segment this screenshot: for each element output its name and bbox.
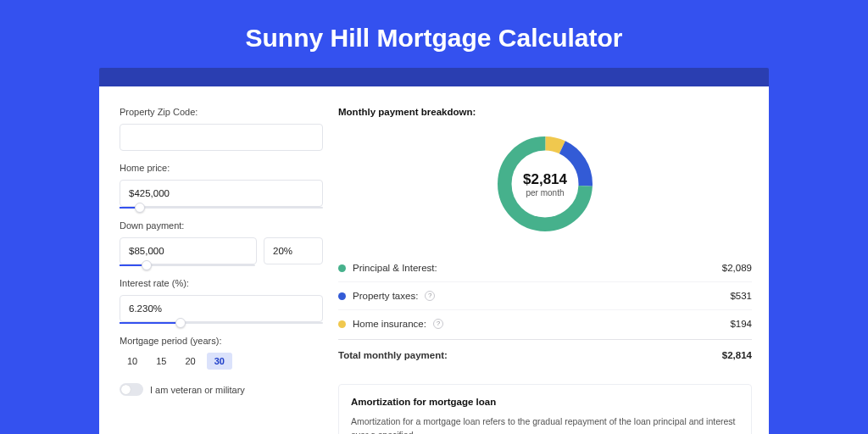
- veteran-label: I am veteran or military: [150, 385, 245, 395]
- card-frame: Property Zip Code: Home price: Down paym…: [99, 68, 769, 434]
- breakdown-header: Monthly payment breakdown:: [338, 107, 752, 117]
- breakdown-panel: Monthly payment breakdown: $2,814 per mo…: [338, 107, 752, 434]
- interest-slider[interactable]: [120, 322, 323, 324]
- info-icon[interactable]: ?: [425, 291, 435, 301]
- zip-input[interactable]: [120, 124, 323, 151]
- period-buttons: 10152030: [120, 353, 323, 370]
- down-payment-label: Down payment:: [120, 220, 323, 231]
- interest-group: Interest rate (%):: [120, 278, 323, 324]
- home-price-slider[interactable]: [120, 207, 323, 209]
- zip-group: Property Zip Code:: [120, 107, 323, 151]
- row-value: $531: [730, 291, 752, 301]
- down-payment-input[interactable]: [120, 237, 257, 264]
- total-label: Total monthly payment:: [338, 350, 448, 360]
- breakdown-row: Principal & Interest:$2,089: [338, 254, 752, 281]
- donut-wrap: $2,814 per month: [338, 131, 752, 237]
- veteran-toggle[interactable]: [120, 383, 143, 396]
- slider-thumb[interactable]: [175, 318, 186, 328]
- donut-sub: per month: [526, 188, 564, 198]
- slider-thumb[interactable]: [135, 203, 145, 213]
- zip-label: Property Zip Code:: [120, 107, 323, 117]
- row-label: Principal & Interest:: [353, 263, 437, 273]
- amortization-card: Amortization for mortgage loan Amortizat…: [338, 384, 752, 434]
- period-option-30[interactable]: 30: [207, 353, 232, 370]
- home-price-group: Home price:: [120, 163, 323, 209]
- down-payment-pct-input[interactable]: [264, 237, 323, 264]
- breakdown-rows: Principal & Interest:$2,089Property taxe…: [338, 254, 752, 337]
- calculator-card: Property Zip Code: Home price: Down paym…: [99, 86, 769, 434]
- row-label: Home insurance:: [353, 319, 426, 329]
- donut-chart: $2,814 per month: [492, 131, 598, 237]
- amortization-body: Amortization for a mortgage loan refers …: [351, 415, 739, 434]
- interest-label: Interest rate (%):: [120, 278, 323, 288]
- breakdown-row: Property taxes:?$531: [338, 281, 752, 309]
- period-group: Mortgage period (years): 10152030: [120, 336, 323, 370]
- breakdown-row: Home insurance:?$194: [338, 309, 752, 337]
- period-option-15[interactable]: 15: [148, 353, 174, 370]
- total-row: Total monthly payment: $2,814: [338, 339, 752, 369]
- amortization-title: Amortization for mortgage loan: [351, 397, 739, 407]
- input-panel: Property Zip Code: Home price: Down paym…: [120, 107, 323, 434]
- page-title: Sunny Hill Mortgage Calculator: [0, 0, 868, 68]
- interest-input[interactable]: [120, 295, 323, 322]
- total-value: $2,814: [722, 350, 752, 360]
- legend-dot: [338, 264, 346, 272]
- row-value: $194: [730, 319, 752, 329]
- home-price-input[interactable]: [120, 180, 323, 207]
- period-option-10[interactable]: 10: [120, 353, 145, 370]
- donut-amount: $2,814: [523, 171, 567, 188]
- info-icon[interactable]: ?: [433, 319, 443, 329]
- legend-dot: [338, 292, 346, 300]
- row-value: $2,089: [722, 263, 752, 273]
- period-option-20[interactable]: 20: [178, 353, 203, 370]
- down-payment-slider[interactable]: [120, 264, 255, 266]
- slider-thumb[interactable]: [142, 260, 152, 270]
- legend-dot: [338, 320, 346, 328]
- period-label: Mortgage period (years):: [120, 336, 323, 346]
- donut-center: $2,814 per month: [492, 131, 598, 237]
- home-price-label: Home price:: [120, 163, 323, 173]
- row-label: Property taxes:: [353, 291, 418, 301]
- down-payment-group: Down payment:: [120, 220, 323, 266]
- veteran-row: I am veteran or military: [120, 383, 323, 396]
